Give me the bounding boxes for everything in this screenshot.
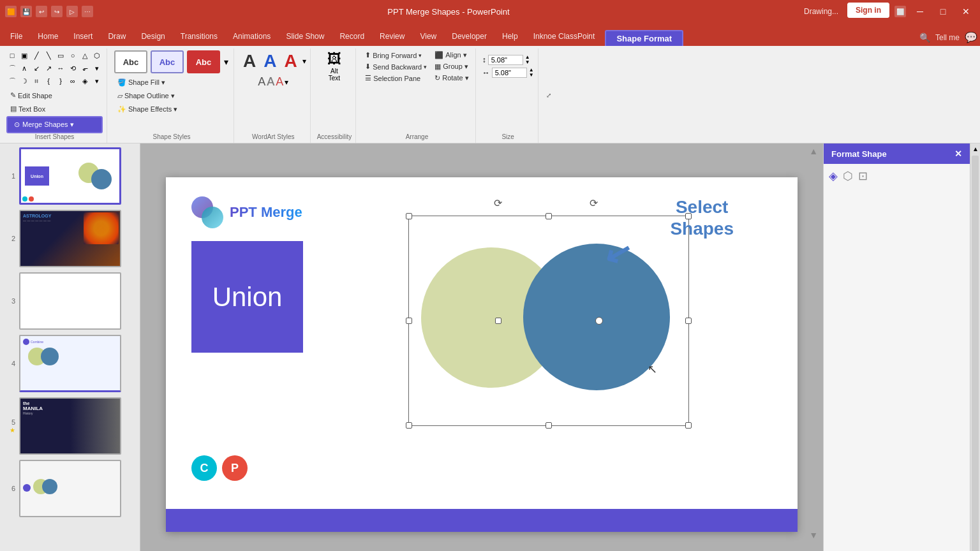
- text-box-button[interactable]: ▤ Text Box: [6, 103, 103, 115]
- handle-mr[interactable]: [685, 318, 692, 324]
- shape-icon-23[interactable]: ◈: [79, 75, 91, 87]
- rotate-handle-left[interactable]: ⟳: [491, 196, 504, 209]
- shape-icon-3[interactable]: ╱: [31, 50, 42, 61]
- options-icon[interactable]: ⋯: [82, 6, 93, 17]
- text-fill-icon[interactable]: A: [258, 75, 265, 89]
- shape-style-1[interactable]: Abc: [114, 50, 147, 73]
- shape-icon-2[interactable]: ▣: [19, 50, 30, 61]
- shape-fill-button[interactable]: 🪣 Shape Fill ▾: [114, 77, 181, 89]
- width-down[interactable]: ▼: [529, 73, 534, 78]
- shape-icon-18[interactable]: ☽: [19, 75, 30, 87]
- slide-item-6[interactable]: 6: [3, 459, 137, 518]
- scroll-up-btn[interactable]: ▲: [970, 143, 980, 154]
- group-button[interactable]: ▦ Group ▾: [432, 61, 471, 72]
- selection-pane-button[interactable]: ☰ Selection Pane: [362, 73, 429, 84]
- format-shape-expand[interactable]: ⤢: [545, 91, 553, 100]
- tab-file[interactable]: File: [3, 27, 30, 46]
- circles-container[interactable]: ⟳ ⟳: [408, 216, 689, 426]
- tab-animations[interactable]: Animations: [225, 27, 278, 46]
- scroll-up-arrow[interactable]: ▲: [809, 146, 818, 156]
- shape-style-2[interactable]: Abc: [151, 50, 184, 73]
- send-backward-button[interactable]: ⬇ Send Backward ▾: [362, 61, 429, 72]
- shape-icon-17[interactable]: ⌒: [6, 75, 18, 87]
- size-pos-tab[interactable]: ⊡: [858, 169, 868, 183]
- text-effects-icon[interactable]: A: [276, 75, 283, 89]
- shape-icon-15[interactable]: ⬐: [79, 62, 91, 74]
- tab-developer[interactable]: Developer: [444, 27, 494, 46]
- sign-in-button[interactable]: Sign in: [847, 3, 889, 18]
- slide-thumb-3[interactable]: [19, 272, 121, 330]
- tab-home[interactable]: Home: [30, 27, 66, 46]
- shape-icon-22[interactable]: ∞: [67, 75, 78, 87]
- tab-review[interactable]: Review: [372, 27, 412, 46]
- tab-view[interactable]: View: [412, 27, 444, 46]
- comments-icon[interactable]: 💬: [965, 31, 977, 43]
- slide-thumb-1[interactable]: Union: [19, 147, 121, 205]
- search-icon[interactable]: 🔍: [919, 33, 930, 43]
- rotate-handle-right[interactable]: ⟳: [587, 196, 600, 209]
- fill-line-tab[interactable]: ◈: [829, 169, 838, 183]
- slide-thumb-5[interactable]: the MANILA History: [19, 397, 121, 455]
- align-button[interactable]: ⬛ Align ▾: [432, 50, 471, 61]
- slide-item-3[interactable]: 3: [3, 271, 137, 331]
- tab-record[interactable]: Record: [332, 27, 372, 46]
- wordart-more[interactable]: ▾: [302, 57, 306, 66]
- shape-icon-12[interactable]: ↗: [43, 62, 54, 74]
- width-input[interactable]: [492, 68, 527, 78]
- shape-icon-20[interactable]: {: [43, 75, 54, 87]
- scroll-down-arrow[interactable]: ▼: [809, 530, 818, 540]
- tab-insert[interactable]: Insert: [66, 27, 100, 46]
- bring-forward-button[interactable]: ⬆ Bring Forward ▾: [362, 50, 429, 61]
- shape-icon-5[interactable]: ▭: [55, 50, 66, 61]
- rotate-button[interactable]: ↻ Rotate ▾: [432, 73, 471, 84]
- edit-shape-button[interactable]: ✎ Edit Shape: [6, 89, 103, 101]
- undo-icon[interactable]: ↩: [36, 6, 47, 17]
- format-shape-close[interactable]: ✕: [954, 149, 962, 159]
- shape-icon-13[interactable]: ↔: [55, 62, 66, 74]
- shape-icon-1[interactable]: □: [6, 50, 18, 61]
- redo-icon[interactable]: ↪: [51, 6, 63, 17]
- shape-icon-11[interactable]: ↙: [31, 62, 42, 74]
- drawing-button[interactable]: Drawing...: [804, 7, 838, 16]
- height-down[interactable]: ▼: [525, 60, 530, 65]
- handle-br[interactable]: [685, 422, 692, 429]
- maximize-button[interactable]: □: [934, 3, 952, 20]
- tab-slideshow[interactable]: Slide Show: [278, 27, 332, 46]
- shape-styles-more[interactable]: ▾: [223, 55, 230, 68]
- tell-me-label[interactable]: Tell me: [935, 33, 960, 42]
- shape-icon-9[interactable]: ⌒: [6, 62, 18, 74]
- tab-design[interactable]: Design: [133, 27, 172, 46]
- slide-thumb-4[interactable]: Combine: [19, 335, 121, 392]
- tab-inknoe[interactable]: Inknoe ClassPoint: [526, 27, 603, 46]
- handle-dark-center[interactable]: [595, 317, 603, 325]
- shape-icon-8[interactable]: ⬡: [91, 50, 103, 61]
- text-outline-icon[interactable]: A: [267, 75, 274, 89]
- handle-tc[interactable]: [546, 213, 552, 219]
- handle-ml[interactable]: [406, 318, 412, 324]
- shape-icon-16[interactable]: ▾: [91, 62, 103, 74]
- minimize-button[interactable]: ─: [911, 3, 929, 20]
- shape-effects-button[interactable]: ✨ Shape Effects ▾: [114, 103, 181, 115]
- present-icon[interactable]: ▷: [66, 6, 78, 17]
- tab-transitions[interactable]: Transitions: [173, 27, 225, 46]
- shape-style-3[interactable]: Abc: [187, 50, 220, 73]
- slide-item-1[interactable]: 1 Union: [3, 146, 137, 206]
- shape-icon-14[interactable]: ⟲: [67, 62, 78, 74]
- alt-text-button[interactable]: 🖼 Alt Text: [323, 50, 345, 83]
- wordart-a-plain[interactable]: A: [241, 50, 258, 73]
- tab-shape-format[interactable]: Shape Format: [605, 30, 683, 46]
- shape-icon-6[interactable]: ○: [67, 50, 78, 61]
- handle-light-mid[interactable]: [495, 318, 501, 324]
- union-box[interactable]: Union: [191, 241, 303, 353]
- shape-icon-19[interactable]: ⌗: [31, 75, 42, 87]
- slide-item-4[interactable]: 4 Combine: [3, 334, 137, 393]
- slide-thumb-2[interactable]: ASTROLOGY — — — — — — —: [19, 210, 121, 267]
- shape-icon-4[interactable]: ╲: [43, 50, 54, 61]
- handle-bl[interactable]: [406, 422, 412, 429]
- shape-icon-21[interactable]: }: [55, 75, 66, 87]
- save-icon[interactable]: 💾: [20, 6, 32, 17]
- shape-icon-10[interactable]: ∧: [19, 62, 30, 74]
- effects-tab[interactable]: ⬡: [843, 169, 853, 183]
- slide-item-2[interactable]: 2 ASTROLOGY — — — — — — —: [3, 209, 137, 268]
- tab-draw[interactable]: Draw: [100, 27, 133, 46]
